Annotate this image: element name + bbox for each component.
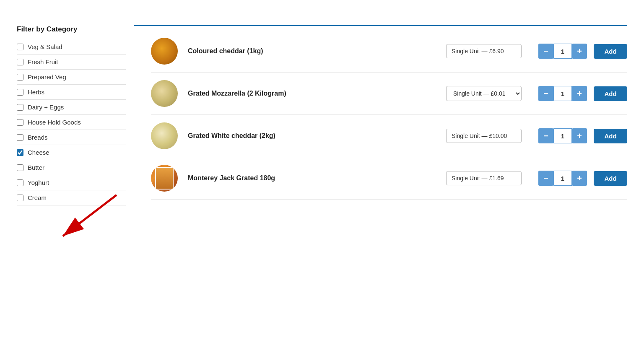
checkbox-prepared-veg[interactable] xyxy=(17,74,23,81)
sidebar-item-veg-salad[interactable]: Veg & Salad xyxy=(17,39,126,55)
checkbox-household[interactable] xyxy=(17,119,23,126)
checkbox-cheese[interactable] xyxy=(17,149,23,156)
qty-controls-monterey-jack: −1+ xyxy=(538,171,587,186)
qty-minus-coloured-cheddar[interactable]: − xyxy=(538,44,553,59)
price-dropdown-grated-mozzarella[interactable]: Single Unit — £0.01 xyxy=(446,86,522,101)
checkbox-dairy-eggs[interactable] xyxy=(17,104,23,111)
sidebar-item-dairy-eggs[interactable]: Dairy + Eggs xyxy=(17,100,126,115)
category-label-herbs: Herbs xyxy=(28,88,44,96)
price-display-monterey-jack: Single Unit — £1.69 xyxy=(446,171,522,185)
category-label-cream: Cream xyxy=(28,194,47,201)
sidebar-item-butter[interactable]: Butter xyxy=(17,160,126,175)
category-list: Veg & SaladFresh FruitPrepared VegHerbsD… xyxy=(17,39,126,205)
product-name-coloured-cheddar: Coloured cheddar (1kg) xyxy=(188,47,446,55)
add-button-grated-white-cheddar[interactable]: Add xyxy=(594,129,627,143)
product-row-monterey-jack: Monterey Jack Grated 180gSingle Unit — £… xyxy=(151,157,627,200)
sidebar-item-yoghurt[interactable]: Yoghurt xyxy=(17,175,126,190)
qty-value-grated-mozzarella: 1 xyxy=(553,86,572,101)
checkbox-butter[interactable] xyxy=(17,164,23,171)
add-button-grated-mozzarella[interactable]: Add xyxy=(594,86,627,101)
category-label-dairy-eggs: Dairy + Eggs xyxy=(28,104,64,111)
qty-value-monterey-jack: 1 xyxy=(553,171,572,186)
product-row-grated-white-cheddar: Grated White cheddar (2kg)Single Unit — … xyxy=(151,115,627,157)
qty-value-coloured-cheddar: 1 xyxy=(553,44,572,59)
qty-controls-coloured-cheddar: −1+ xyxy=(538,44,587,59)
checkbox-yoghurt[interactable] xyxy=(17,179,23,186)
qty-controls-grated-mozzarella: −1+ xyxy=(538,86,587,101)
qty-minus-grated-white-cheddar[interactable]: − xyxy=(538,128,553,143)
checkbox-herbs[interactable] xyxy=(17,89,23,96)
product-image-coloured-cheddar xyxy=(151,38,178,65)
qty-plus-coloured-cheddar[interactable]: + xyxy=(572,44,587,59)
main-content: Coloured cheddar (1kg)Single Unit — £6.9… xyxy=(134,25,627,331)
qty-plus-monterey-jack[interactable]: + xyxy=(572,171,587,186)
sidebar-item-cream[interactable]: Cream xyxy=(17,190,126,205)
qty-value-grated-white-cheddar: 1 xyxy=(553,128,572,143)
sidebar-title: Filter by Category xyxy=(17,25,126,34)
qty-minus-monterey-jack[interactable]: − xyxy=(538,171,553,186)
sidebar-item-breads[interactable]: Breads xyxy=(17,130,126,145)
price-selector-grated-mozzarella[interactable]: Single Unit — £0.01 xyxy=(446,86,522,101)
price-selector-coloured-cheddar: Single Unit — £6.90 xyxy=(446,44,522,58)
checkbox-cream[interactable] xyxy=(17,195,23,201)
sidebar: Filter by Category Veg & SaladFresh Frui… xyxy=(17,25,134,331)
sidebar-item-prepared-veg[interactable]: Prepared Veg xyxy=(17,70,126,85)
qty-plus-grated-white-cheddar[interactable]: + xyxy=(572,128,587,143)
price-display-grated-white-cheddar: Single Unit — £10.00 xyxy=(446,129,522,143)
product-image-monterey-jack xyxy=(151,165,178,192)
checkbox-breads[interactable] xyxy=(17,134,23,141)
category-label-prepared-veg: Prepared Veg xyxy=(28,73,66,81)
sidebar-item-household[interactable]: House Hold Goods xyxy=(17,115,126,130)
category-label-breads: Breads xyxy=(28,134,48,141)
category-label-yoghurt: Yoghurt xyxy=(28,179,49,186)
category-label-butter: Butter xyxy=(28,164,44,171)
category-label-veg-salad: Veg & Salad xyxy=(28,43,62,50)
product-name-monterey-jack: Monterey Jack Grated 180g xyxy=(188,174,446,182)
product-image-grated-white-cheddar xyxy=(151,122,178,149)
sidebar-item-cheese[interactable]: Cheese xyxy=(17,145,126,160)
product-name-grated-mozzarella: Grated Mozzarella (2 Kilogram) xyxy=(188,90,446,97)
sidebar-item-fresh-fruit[interactable]: Fresh Fruit xyxy=(17,55,126,70)
price-selector-grated-white-cheddar: Single Unit — £10.00 xyxy=(446,129,522,143)
sidebar-item-herbs[interactable]: Herbs xyxy=(17,85,126,100)
qty-controls-grated-white-cheddar: −1+ xyxy=(538,128,587,143)
price-selector-monterey-jack: Single Unit — £1.69 xyxy=(446,171,522,185)
qty-plus-grated-mozzarella[interactable]: + xyxy=(572,86,587,101)
checkbox-veg-salad[interactable] xyxy=(17,44,23,50)
price-display-coloured-cheddar: Single Unit — £6.90 xyxy=(446,44,522,58)
product-row-grated-mozzarella: Grated Mozzarella (2 Kilogram)Single Uni… xyxy=(151,73,627,115)
product-row-coloured-cheddar: Coloured cheddar (1kg)Single Unit — £6.9… xyxy=(151,30,627,73)
product-image-grated-mozzarella xyxy=(151,80,178,107)
category-label-fresh-fruit: Fresh Fruit xyxy=(28,58,58,65)
add-button-coloured-cheddar[interactable]: Add xyxy=(594,44,627,59)
add-button-monterey-jack[interactable]: Add xyxy=(594,171,627,186)
checkbox-fresh-fruit[interactable] xyxy=(17,59,23,65)
product-name-grated-white-cheddar: Grated White cheddar (2kg) xyxy=(188,132,446,140)
qty-minus-grated-mozzarella[interactable]: − xyxy=(538,86,553,101)
category-label-cheese: Cheese xyxy=(28,149,49,156)
category-label-household: House Hold Goods xyxy=(28,119,81,126)
